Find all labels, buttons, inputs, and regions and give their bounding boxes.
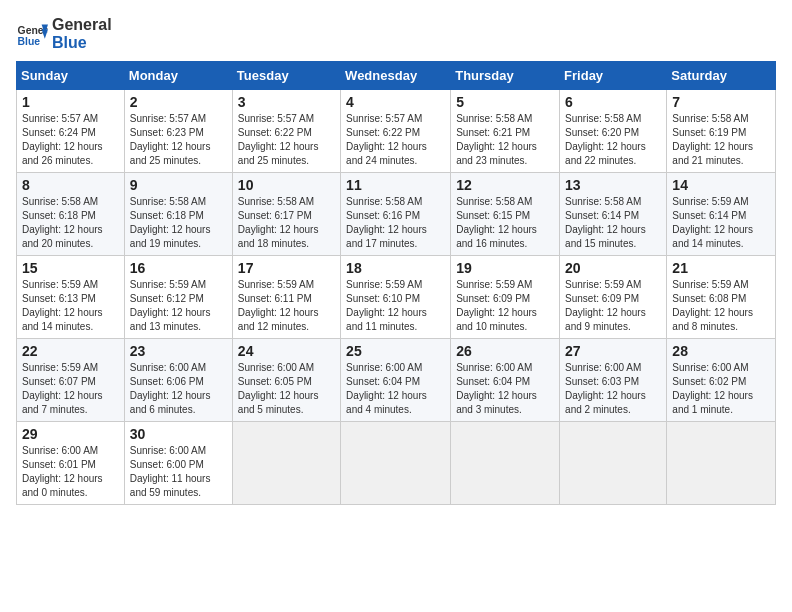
day-number: 8 (22, 177, 119, 193)
calendar-week-1: 8Sunrise: 5:58 AMSunset: 6:18 PMDaylight… (17, 173, 776, 256)
logo-icon: General Blue (16, 18, 48, 50)
day-info: Sunrise: 5:59 AMSunset: 6:14 PMDaylight:… (672, 195, 770, 251)
day-number: 15 (22, 260, 119, 276)
header-monday: Monday (124, 62, 232, 90)
day-number: 13 (565, 177, 661, 193)
calendar-cell: 22Sunrise: 5:59 AMSunset: 6:07 PMDayligh… (17, 339, 125, 422)
header-saturday: Saturday (667, 62, 776, 90)
calendar-cell: 18Sunrise: 5:59 AMSunset: 6:10 PMDayligh… (341, 256, 451, 339)
day-info: Sunrise: 5:57 AMSunset: 6:22 PMDaylight:… (238, 112, 335, 168)
calendar-week-4: 29Sunrise: 6:00 AMSunset: 6:01 PMDayligh… (17, 422, 776, 505)
calendar-cell: 13Sunrise: 5:58 AMSunset: 6:14 PMDayligh… (560, 173, 667, 256)
logo: General Blue General Blue (16, 16, 112, 51)
day-info: Sunrise: 5:58 AMSunset: 6:16 PMDaylight:… (346, 195, 445, 251)
day-info: Sunrise: 5:58 AMSunset: 6:18 PMDaylight:… (22, 195, 119, 251)
logo-text-blue: Blue (52, 34, 112, 52)
day-info: Sunrise: 6:00 AMSunset: 6:02 PMDaylight:… (672, 361, 770, 417)
day-number: 3 (238, 94, 335, 110)
day-info: Sunrise: 5:57 AMSunset: 6:23 PMDaylight:… (130, 112, 227, 168)
day-info: Sunrise: 5:58 AMSunset: 6:14 PMDaylight:… (565, 195, 661, 251)
calendar-cell: 21Sunrise: 5:59 AMSunset: 6:08 PMDayligh… (667, 256, 776, 339)
calendar-week-0: 1Sunrise: 5:57 AMSunset: 6:24 PMDaylight… (17, 90, 776, 173)
calendar-cell: 15Sunrise: 5:59 AMSunset: 6:13 PMDayligh… (17, 256, 125, 339)
day-number: 14 (672, 177, 770, 193)
day-number: 21 (672, 260, 770, 276)
calendar-cell: 10Sunrise: 5:58 AMSunset: 6:17 PMDayligh… (232, 173, 340, 256)
calendar-cell: 26Sunrise: 6:00 AMSunset: 6:04 PMDayligh… (451, 339, 560, 422)
day-number: 27 (565, 343, 661, 359)
calendar-cell: 23Sunrise: 6:00 AMSunset: 6:06 PMDayligh… (124, 339, 232, 422)
day-info: Sunrise: 5:59 AMSunset: 6:08 PMDaylight:… (672, 278, 770, 334)
day-number: 24 (238, 343, 335, 359)
header-row: SundayMondayTuesdayWednesdayThursdayFrid… (17, 62, 776, 90)
day-info: Sunrise: 6:00 AMSunset: 6:04 PMDaylight:… (456, 361, 554, 417)
day-number: 7 (672, 94, 770, 110)
page-header: General Blue General Blue (16, 16, 776, 51)
calendar-cell: 5Sunrise: 5:58 AMSunset: 6:21 PMDaylight… (451, 90, 560, 173)
day-number: 5 (456, 94, 554, 110)
calendar-cell: 20Sunrise: 5:59 AMSunset: 6:09 PMDayligh… (560, 256, 667, 339)
day-info: Sunrise: 5:58 AMSunset: 6:17 PMDaylight:… (238, 195, 335, 251)
calendar-week-2: 15Sunrise: 5:59 AMSunset: 6:13 PMDayligh… (17, 256, 776, 339)
calendar-cell: 14Sunrise: 5:59 AMSunset: 6:14 PMDayligh… (667, 173, 776, 256)
day-info: Sunrise: 5:59 AMSunset: 6:09 PMDaylight:… (565, 278, 661, 334)
calendar-cell: 29Sunrise: 6:00 AMSunset: 6:01 PMDayligh… (17, 422, 125, 505)
day-info: Sunrise: 5:59 AMSunset: 6:07 PMDaylight:… (22, 361, 119, 417)
calendar-week-3: 22Sunrise: 5:59 AMSunset: 6:07 PMDayligh… (17, 339, 776, 422)
header-friday: Friday (560, 62, 667, 90)
calendar-cell: 17Sunrise: 5:59 AMSunset: 6:11 PMDayligh… (232, 256, 340, 339)
day-info: Sunrise: 5:58 AMSunset: 6:20 PMDaylight:… (565, 112, 661, 168)
svg-text:Blue: Blue (18, 36, 41, 47)
day-info: Sunrise: 5:57 AMSunset: 6:24 PMDaylight:… (22, 112, 119, 168)
calendar-cell: 25Sunrise: 6:00 AMSunset: 6:04 PMDayligh… (341, 339, 451, 422)
day-info: Sunrise: 5:59 AMSunset: 6:12 PMDaylight:… (130, 278, 227, 334)
day-number: 29 (22, 426, 119, 442)
day-info: Sunrise: 5:58 AMSunset: 6:21 PMDaylight:… (456, 112, 554, 168)
calendar-cell: 30Sunrise: 6:00 AMSunset: 6:00 PMDayligh… (124, 422, 232, 505)
calendar-cell: 8Sunrise: 5:58 AMSunset: 6:18 PMDaylight… (17, 173, 125, 256)
calendar-cell: 27Sunrise: 6:00 AMSunset: 6:03 PMDayligh… (560, 339, 667, 422)
day-number: 22 (22, 343, 119, 359)
calendar-table: SundayMondayTuesdayWednesdayThursdayFrid… (16, 61, 776, 505)
calendar-cell (451, 422, 560, 505)
header-sunday: Sunday (17, 62, 125, 90)
day-number: 23 (130, 343, 227, 359)
logo-text-general: General (52, 16, 112, 34)
calendar-cell: 6Sunrise: 5:58 AMSunset: 6:20 PMDaylight… (560, 90, 667, 173)
header-wednesday: Wednesday (341, 62, 451, 90)
calendar-cell: 19Sunrise: 5:59 AMSunset: 6:09 PMDayligh… (451, 256, 560, 339)
calendar-cell: 1Sunrise: 5:57 AMSunset: 6:24 PMDaylight… (17, 90, 125, 173)
day-info: Sunrise: 5:58 AMSunset: 6:19 PMDaylight:… (672, 112, 770, 168)
calendar-cell: 16Sunrise: 5:59 AMSunset: 6:12 PMDayligh… (124, 256, 232, 339)
day-number: 19 (456, 260, 554, 276)
calendar-cell (667, 422, 776, 505)
calendar-cell: 4Sunrise: 5:57 AMSunset: 6:22 PMDaylight… (341, 90, 451, 173)
day-info: Sunrise: 6:00 AMSunset: 6:06 PMDaylight:… (130, 361, 227, 417)
calendar-cell (232, 422, 340, 505)
day-info: Sunrise: 5:59 AMSunset: 6:11 PMDaylight:… (238, 278, 335, 334)
calendar-cell: 28Sunrise: 6:00 AMSunset: 6:02 PMDayligh… (667, 339, 776, 422)
calendar-cell: 2Sunrise: 5:57 AMSunset: 6:23 PMDaylight… (124, 90, 232, 173)
calendar-cell: 9Sunrise: 5:58 AMSunset: 6:18 PMDaylight… (124, 173, 232, 256)
day-number: 6 (565, 94, 661, 110)
day-info: Sunrise: 5:59 AMSunset: 6:09 PMDaylight:… (456, 278, 554, 334)
day-info: Sunrise: 6:00 AMSunset: 6:03 PMDaylight:… (565, 361, 661, 417)
day-info: Sunrise: 5:57 AMSunset: 6:22 PMDaylight:… (346, 112, 445, 168)
day-number: 12 (456, 177, 554, 193)
day-info: Sunrise: 5:59 AMSunset: 6:13 PMDaylight:… (22, 278, 119, 334)
day-number: 17 (238, 260, 335, 276)
calendar-cell: 24Sunrise: 6:00 AMSunset: 6:05 PMDayligh… (232, 339, 340, 422)
header-tuesday: Tuesday (232, 62, 340, 90)
day-info: Sunrise: 6:00 AMSunset: 6:01 PMDaylight:… (22, 444, 119, 500)
day-number: 1 (22, 94, 119, 110)
day-number: 2 (130, 94, 227, 110)
day-number: 10 (238, 177, 335, 193)
day-info: Sunrise: 5:58 AMSunset: 6:15 PMDaylight:… (456, 195, 554, 251)
day-number: 9 (130, 177, 227, 193)
day-number: 26 (456, 343, 554, 359)
calendar-cell: 11Sunrise: 5:58 AMSunset: 6:16 PMDayligh… (341, 173, 451, 256)
day-info: Sunrise: 6:00 AMSunset: 6:00 PMDaylight:… (130, 444, 227, 500)
day-number: 11 (346, 177, 445, 193)
calendar-cell (560, 422, 667, 505)
day-info: Sunrise: 6:00 AMSunset: 6:05 PMDaylight:… (238, 361, 335, 417)
